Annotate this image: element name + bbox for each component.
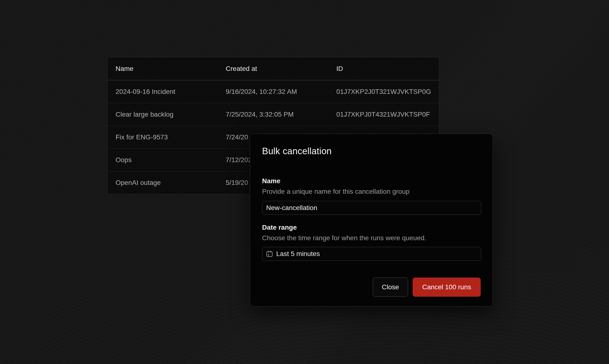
cell-id: 01J7XKPJ0T4321WJVKTSP0F xyxy=(328,111,439,118)
cell-name: OpenAI outage xyxy=(107,179,218,187)
dialog-footer: Close Cancel 100 runs xyxy=(262,278,481,297)
date-range-help: Choose the time range for when the runs … xyxy=(262,234,481,242)
cell-name: 2024-09-16 Incident xyxy=(107,88,218,96)
date-range-select[interactable]: Last 5 minutes xyxy=(262,247,481,261)
bulk-cancellation-dialog: Bulk cancellation Name Provide a unique … xyxy=(250,134,493,307)
cell-name: Oops xyxy=(107,156,218,164)
table-header-row: Name Created at ID xyxy=(107,57,439,80)
cancel-runs-button[interactable]: Cancel 100 runs xyxy=(413,278,481,297)
table-row[interactable]: Clear large backlog 7/25/2024, 3:32:05 P… xyxy=(107,103,439,126)
cancellation-name-input[interactable] xyxy=(262,201,481,215)
table-row[interactable]: 2024-09-16 Incident 9/16/2024, 10:27:32 … xyxy=(107,80,439,103)
cell-created-at: 7/25/2024, 3:32:05 PM xyxy=(218,111,328,118)
cell-created-at: 9/16/2024, 10:27:32 AM xyxy=(218,88,328,96)
cell-name: Fix for ENG-9573 xyxy=(107,133,218,141)
calendar-icon xyxy=(266,250,273,258)
column-header-id: ID xyxy=(328,65,439,73)
name-field-help: Provide a unique name for this cancellat… xyxy=(262,187,481,196)
column-header-created: Created at xyxy=(218,65,328,73)
cell-id: 01J7XKP2J0T321WJVKTSP0G xyxy=(328,88,439,96)
dialog-title: Bulk cancellation xyxy=(262,145,481,157)
column-header-name: Name xyxy=(107,65,218,73)
date-range-label: Date range xyxy=(262,223,481,232)
cell-name: Clear large backlog xyxy=(107,111,218,118)
date-range-value: Last 5 minutes xyxy=(276,250,320,258)
close-button[interactable]: Close xyxy=(373,278,408,297)
name-field-label: Name xyxy=(262,177,481,185)
